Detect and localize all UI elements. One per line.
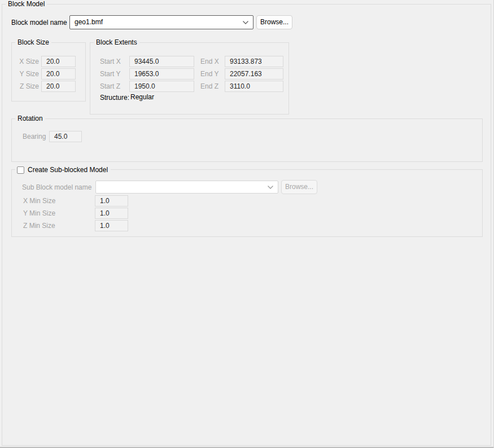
structure-value: Regular <box>130 91 154 103</box>
start-y-field: 19653.0 <box>129 68 194 80</box>
z-min-size-field: 1.0 <box>95 220 128 231</box>
block-extents-group-title: Block Extents <box>94 38 139 47</box>
sub-block-browse-button: Browse... <box>281 180 317 194</box>
start-x-field: 93445.0 <box>129 56 194 67</box>
end-x-label: End X <box>200 56 219 67</box>
block-model-dialog: Block Model Block model name geo1.bmf Br… <box>0 0 494 448</box>
end-z-label: End Z <box>200 81 218 92</box>
end-x-field: 93133.873 <box>225 56 283 67</box>
structure-label: Structure: <box>100 92 129 103</box>
y-size-label: Y Size <box>12 68 39 80</box>
sub-block-name-combobox <box>95 181 278 194</box>
create-sub-blocked-checkbox[interactable] <box>17 166 24 174</box>
x-min-size-field: 1.0 <box>95 195 128 207</box>
y-min-size-field: 1.0 <box>95 208 128 219</box>
create-sub-blocked-label: Create Sub-blocked Model <box>28 166 108 174</box>
y-size-field: 20.0 <box>41 68 76 80</box>
end-y-label: End Y <box>200 68 218 80</box>
block-model-name-value: geo1.bmf <box>75 18 103 26</box>
z-size-label: Z Size <box>12 81 39 92</box>
start-z-field: 1950.0 <box>129 81 194 92</box>
bearing-field: 45.0 <box>49 131 82 142</box>
start-z-label: Start Z <box>100 81 120 92</box>
sub-block-groupbox: Create Sub-blocked Model Sub Block model… <box>11 169 483 237</box>
chevron-down-icon <box>267 185 274 190</box>
z-size-field: 20.0 <box>41 81 76 92</box>
block-model-name-combobox[interactable]: geo1.bmf <box>69 15 253 29</box>
block-extents-groupbox: Block Extents Start X 93445.0 End X 9313… <box>90 42 289 115</box>
rotation-groupbox: Rotation Bearing 45.0 <box>11 118 483 162</box>
block-size-group-title: Block Size <box>15 38 51 47</box>
end-z-field: 3110.0 <box>225 81 283 92</box>
bearing-label: Bearing <box>23 131 46 142</box>
block-model-name-label: Block model name <box>11 17 67 28</box>
z-min-size-label: Z Min Size <box>23 220 55 231</box>
start-x-label: Start X <box>100 56 121 67</box>
x-size-field: 20.0 <box>41 56 76 67</box>
start-y-label: Start Y <box>100 68 120 80</box>
browse-button[interactable]: Browse... <box>256 15 292 29</box>
sub-block-name-label: Sub Block model name <box>22 181 91 194</box>
x-min-size-label: X Min Size <box>23 195 55 207</box>
rotation-group-title: Rotation <box>15 115 45 123</box>
block-model-group-title: Block Model <box>6 0 47 8</box>
sub-block-legend: Create Sub-blocked Model <box>15 165 111 174</box>
chevron-down-icon[interactable] <box>242 20 249 25</box>
x-size-label: X Size <box>12 56 39 67</box>
end-y-field: 22057.163 <box>225 68 283 80</box>
y-min-size-label: Y Min Size <box>23 208 55 219</box>
block-size-groupbox: Block Size X Size 20.0 Y Size 20.0 Z Siz… <box>11 42 86 102</box>
